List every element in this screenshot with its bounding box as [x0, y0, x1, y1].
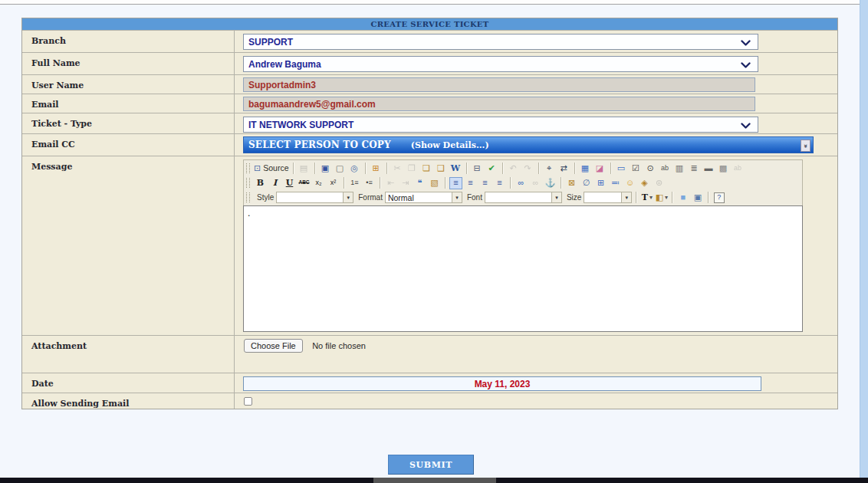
align-center-button[interactable]: ≡ — [464, 177, 477, 189]
toolbar-separator — [510, 177, 511, 189]
date-field[interactable]: May 11, 2023 — [243, 376, 761, 391]
anchor-button[interactable]: ⚓ — [544, 177, 557, 189]
page-break-button: ⊜ — [653, 177, 666, 189]
print-button[interactable]: ⊟ — [471, 163, 484, 175]
preview-button[interactable]: ◎ — [348, 163, 361, 175]
toolbar-separator — [538, 163, 539, 174]
checkbox-field-button[interactable]: ☑ — [630, 163, 643, 175]
horizontal-scrollbar[interactable] — [0, 478, 868, 483]
blockquote-button[interactable]: ❝ — [413, 177, 426, 189]
find-button[interactable]: ⌖ — [543, 163, 556, 175]
select-field-icon: ≣ — [690, 164, 697, 172]
image-icon: ⊠ — [568, 179, 575, 187]
image-button-field-button[interactable]: ▩ — [717, 163, 730, 175]
remove-format-button[interactable]: ◪ — [593, 163, 607, 175]
page-break-icon: ⊜ — [656, 179, 663, 187]
paste-from-word-button[interactable]: W — [449, 163, 462, 175]
align-right-button[interactable]: ≡ — [478, 177, 492, 189]
style-combo: Style▾ — [254, 192, 353, 203]
format-combo-label: Format — [358, 193, 383, 202]
align-left-button[interactable]: ≡ — [449, 177, 462, 189]
toolbar-separator — [466, 163, 467, 174]
size-combo-value[interactable] — [584, 192, 622, 203]
toolbar-separator — [708, 192, 709, 203]
subscript-button[interactable]: x₂ — [312, 177, 325, 189]
show-blocks-icon: ▣ — [694, 193, 702, 202]
select-all-button[interactable]: ▦ — [579, 163, 592, 175]
horizontal-scrollbar-thumb[interactable] — [373, 478, 496, 483]
button-field-button[interactable]: ▬ — [702, 163, 715, 175]
bulleted-list-button[interactable]: •≡ — [363, 177, 376, 189]
textarea-field-button[interactable]: ▥ — [673, 163, 686, 175]
format-combo-value[interactable]: Normal — [385, 192, 452, 203]
background-color-button[interactable]: ◧▾ — [655, 192, 668, 204]
superscript-icon: x² — [330, 179, 337, 186]
save-button[interactable]: ▣ — [319, 163, 332, 175]
italic-button[interactable]: I — [268, 177, 281, 189]
text-color-dropdown-arrow-icon[interactable]: ▾ — [649, 195, 653, 201]
full-name-select[interactable]: Andrew Baguma — [243, 56, 758, 72]
vertical-scrollbar[interactable] — [860, 0, 868, 478]
background-color-dropdown-arrow-icon[interactable]: ▾ — [665, 195, 668, 201]
style-combo-arrow-icon[interactable]: ▾ — [344, 192, 353, 203]
format-combo-arrow-icon[interactable]: ▾ — [452, 192, 462, 203]
source-button[interactable]: ⊡Source — [254, 163, 289, 175]
allow-sending-email-checkbox[interactable] — [244, 397, 252, 406]
choose-file-button[interactable]: Choose File — [244, 339, 303, 353]
show-blocks-button[interactable]: ▣ — [691, 192, 704, 204]
user-name-label: User Name — [22, 75, 235, 94]
button-field-icon: ▬ — [705, 164, 713, 172]
special-char-button[interactable]: ◈ — [638, 177, 651, 189]
font-combo-arrow-icon[interactable]: ▾ — [552, 192, 562, 203]
size-combo-arrow-icon[interactable]: ▾ — [622, 192, 632, 203]
about-button[interactable]: ? — [712, 192, 725, 204]
align-center-icon: ≡ — [468, 179, 472, 187]
superscript-button[interactable]: x² — [327, 177, 340, 189]
table-button[interactable]: ⊞ — [594, 177, 607, 189]
email-cc-show-details-link[interactable]: (Show Details...) — [411, 140, 489, 150]
select-field-button[interactable]: ≣ — [688, 163, 701, 175]
special-char-icon: ◈ — [641, 179, 647, 187]
ticket-type-select[interactable]: IT NETWORK SUPPORT — [243, 117, 758, 133]
decrease-indent-button: ⇤ — [384, 177, 397, 189]
smiley-button[interactable]: ☺ — [623, 177, 636, 189]
flash-button[interactable]: ∅ — [580, 177, 593, 189]
font-combo-value[interactable] — [485, 192, 552, 203]
text-color-button[interactable]: T▾ — [640, 192, 653, 204]
message-editing-area[interactable]: . — [243, 205, 803, 332]
bold-button[interactable]: B — [254, 177, 267, 189]
toolbar-separator — [502, 163, 503, 174]
align-justify-button[interactable]: ≡ — [493, 177, 506, 189]
form-button[interactable]: ▭ — [615, 163, 628, 175]
maximize-button[interactable]: ■ — [676, 192, 689, 204]
email-cc-expand-button[interactable]: » — [801, 140, 810, 152]
flash-icon: ∅ — [583, 179, 590, 187]
new-page-button[interactable]: ▢ — [334, 163, 347, 175]
chevron-down-icon — [741, 123, 751, 130]
spell-check-button[interactable]: ✔ — [485, 163, 498, 175]
create-div-button[interactable]: ▧ — [428, 177, 441, 189]
paste-button[interactable]: ❏ — [420, 163, 433, 175]
link-button[interactable]: ∞ — [515, 177, 528, 189]
checkbox-field-icon: ☑ — [632, 164, 639, 172]
about-icon: ? — [714, 192, 725, 203]
numbered-list-button[interactable]: 1≡ — [348, 177, 361, 189]
radio-field-button[interactable]: ⊙ — [644, 163, 657, 175]
toolbar-separator — [574, 163, 575, 174]
branch-select[interactable]: SUPPORT — [243, 34, 758, 50]
paste-text-button[interactable]: ❑ — [435, 163, 448, 175]
style-combo-value[interactable] — [276, 192, 344, 203]
form-title: CREATE SERVICE TICKET — [370, 20, 488, 28]
toolbar-separator — [344, 177, 344, 189]
underline-button[interactable]: U — [283, 177, 296, 189]
replace-button[interactable]: ⇄ — [557, 163, 570, 175]
templates-button[interactable]: ⊞ — [370, 163, 383, 175]
size-combo: Size▾ — [564, 192, 632, 203]
image-button[interactable]: ⊠ — [565, 177, 578, 189]
horizontal-rule-button[interactable]: ≕ — [609, 177, 622, 189]
style-combo-label: Style — [257, 193, 274, 202]
text-field-button[interactable]: ab — [659, 163, 672, 175]
email-cc-bar[interactable]: SELECT PERSON TO COPY (Show Details...) … — [243, 136, 814, 153]
strikethrough-button[interactable]: ABC — [298, 177, 311, 189]
submit-button[interactable]: SUBMIT — [388, 455, 474, 475]
